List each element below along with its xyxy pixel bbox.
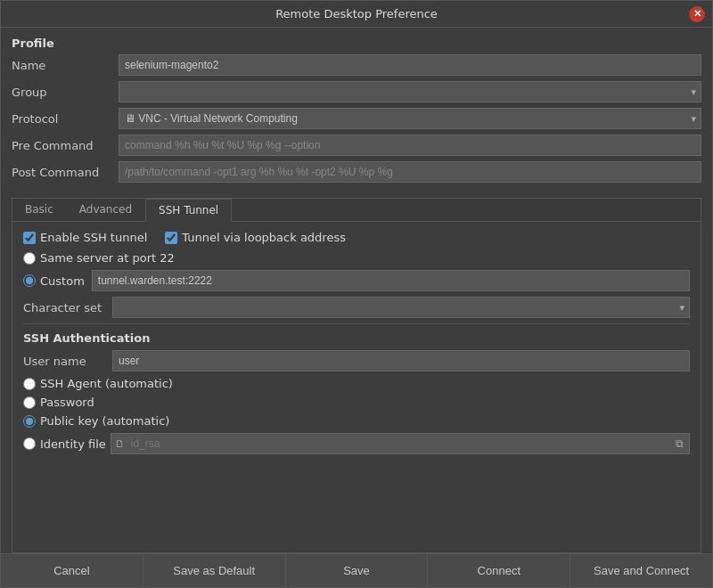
file-icon: 🗋	[115, 438, 125, 450]
pre-command-input[interactable]	[119, 135, 701, 156]
profile-section: Profile Name Group ▾ Protocol 🖥 V	[12, 37, 701, 187]
protocol-select[interactable]: 🖥 VNC - Virtual Network Computing	[119, 108, 701, 129]
same-server-row: Same server at port 22	[23, 251, 690, 265]
title-bar: Remote Desktop Preference ✕	[1, 1, 712, 28]
ssh-tunnel-content: Enable SSH tunnel Tunnel via loopback ad…	[12, 222, 701, 552]
custom-label: Custom	[40, 274, 85, 288]
tab-advanced[interactable]: Advanced	[67, 199, 145, 221]
custom-row: Custom	[23, 270, 690, 291]
password-radio[interactable]	[23, 396, 36, 409]
character-set-row: Character set ▾	[23, 297, 690, 318]
user-name-row: User name	[23, 350, 690, 372]
save-connect-button[interactable]: Save and Connect	[570, 554, 712, 587]
dialog: Remote Desktop Preference ✕ Profile Name…	[0, 0, 713, 588]
password-row: Password	[23, 396, 690, 409]
group-select-wrapper: ▾	[119, 81, 701, 102]
same-server-label: Same server at port 22	[40, 251, 175, 265]
post-command-row: Post Command	[12, 160, 701, 184]
same-server-radio[interactable]	[23, 252, 36, 265]
pre-command-label: Pre Command	[12, 139, 119, 152]
character-set-wrapper: ▾	[112, 297, 690, 318]
connect-button[interactable]: Connect	[428, 554, 570, 587]
enable-ssh-checkbox[interactable]	[23, 232, 36, 244]
ssh-agent-radio-label[interactable]: SSH Agent (automatic)	[23, 377, 173, 390]
character-set-label: Character set	[23, 301, 112, 314]
custom-radio[interactable]	[23, 274, 36, 287]
cancel-button[interactable]: Cancel	[1, 554, 143, 587]
identity-file-input[interactable]	[111, 433, 690, 454]
user-name-label: User name	[23, 355, 112, 368]
tab-basic[interactable]: Basic	[12, 199, 67, 221]
name-input[interactable]	[119, 54, 701, 76]
tab-ssh-tunnel[interactable]: SSH Tunnel	[145, 199, 232, 222]
ssh-agent-label: SSH Agent (automatic)	[40, 377, 173, 390]
group-row: Group ▾	[12, 80, 701, 103]
group-select[interactable]	[119, 81, 701, 102]
same-server-radio-label[interactable]: Same server at port 22	[23, 251, 175, 265]
custom-input[interactable]	[92, 270, 690, 291]
tabs-container: Basic Advanced SSH Tunnel Enable SSH tun…	[12, 198, 701, 553]
public-key-label: Public key (automatic)	[40, 414, 169, 428]
enable-ssh-checkbox-label[interactable]: Enable SSH tunnel	[23, 231, 147, 244]
public-key-row: Public key (automatic)	[23, 414, 690, 428]
identity-file-input-wrapper: 🗋 ⧉	[111, 433, 690, 454]
password-radio-label[interactable]: Password	[23, 396, 94, 409]
save-button[interactable]: Save	[286, 554, 429, 587]
identity-file-label: Identity file	[40, 437, 106, 451]
tunnel-loopback-checkbox-label[interactable]: Tunnel via loopback address	[165, 231, 346, 244]
public-key-radio-label[interactable]: Public key (automatic)	[23, 414, 169, 428]
dialog-content: Profile Name Group ▾ Protocol 🖥 V	[1, 28, 712, 553]
name-row: Name	[12, 53, 701, 77]
identity-copy-button[interactable]: ⧉	[673, 437, 686, 451]
save-default-button[interactable]: Save as Default	[143, 554, 286, 587]
ssh-agent-row: SSH Agent (automatic)	[23, 377, 690, 390]
profile-title: Profile	[12, 37, 701, 50]
ssh-auth-title: SSH Authentication	[23, 331, 690, 345]
footer: Cancel Save as Default Save Connect Save…	[1, 553, 712, 587]
user-name-input[interactable]	[112, 350, 690, 372]
identity-file-radio[interactable]	[23, 437, 36, 450]
identity-file-row: Identity file 🗋 ⧉	[23, 433, 690, 454]
protocol-row: Protocol 🖥 VNC - Virtual Network Computi…	[12, 107, 701, 130]
protocol-label: Protocol	[12, 112, 119, 126]
tunnel-loopback-label: Tunnel via loopback address	[182, 231, 346, 244]
group-label: Group	[12, 86, 119, 99]
tunnel-loopback-checkbox[interactable]	[165, 232, 177, 244]
close-button[interactable]: ✕	[689, 6, 705, 22]
custom-radio-label[interactable]: Custom	[23, 274, 85, 288]
pre-command-row: Pre Command	[12, 134, 701, 157]
identity-file-radio-label[interactable]: Identity file	[23, 437, 106, 451]
password-label: Password	[40, 396, 94, 409]
post-command-input[interactable]	[119, 161, 701, 183]
ssh-agent-radio[interactable]	[23, 378, 36, 390]
character-set-select[interactable]	[112, 297, 690, 318]
name-label: Name	[12, 59, 119, 72]
post-command-label: Post Command	[12, 166, 119, 179]
enable-ssh-label: Enable SSH tunnel	[40, 231, 147, 244]
protocol-select-wrapper: 🖥 VNC - Virtual Network Computing ▾	[119, 108, 701, 129]
enable-ssh-row: Enable SSH tunnel Tunnel via loopback ad…	[23, 231, 690, 244]
divider	[23, 323, 690, 324]
tabs-header: Basic Advanced SSH Tunnel	[12, 199, 701, 222]
dialog-title: Remote Desktop Preference	[275, 7, 438, 20]
public-key-radio[interactable]	[23, 415, 36, 428]
